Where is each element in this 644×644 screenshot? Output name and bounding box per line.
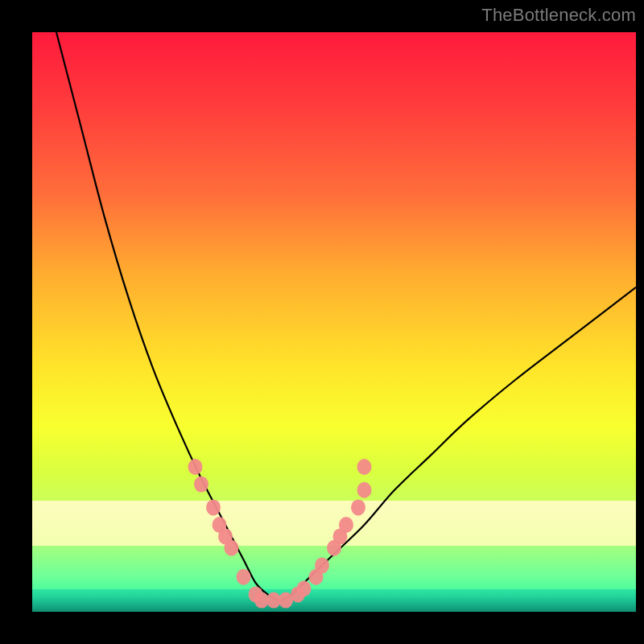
data-marker bbox=[357, 459, 372, 475]
plot-area bbox=[32, 32, 636, 612]
green-floor-band bbox=[32, 589, 636, 612]
data-marker bbox=[315, 557, 329, 573]
data-marker bbox=[194, 477, 208, 493]
data-marker bbox=[237, 569, 251, 585]
watermark-text: TheBottleneck.com bbox=[481, 5, 636, 26]
data-marker bbox=[188, 459, 203, 475]
data-marker bbox=[357, 482, 372, 498]
outer-frame: TheBottleneck.com bbox=[0, 0, 644, 644]
data-marker bbox=[309, 569, 324, 585]
cream-band bbox=[32, 501, 636, 546]
